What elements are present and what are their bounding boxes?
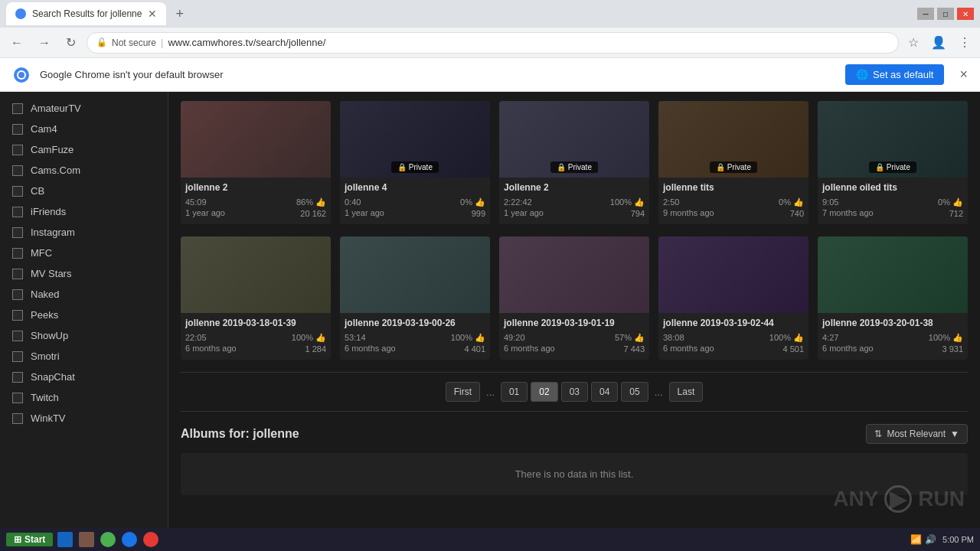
sort-label: Most Relevant <box>887 429 946 439</box>
sidebar-item-showup[interactable]: ShowUp <box>0 325 168 346</box>
new-tab-button[interactable]: + <box>172 3 187 25</box>
set-default-button[interactable]: 🌐 Set as default <box>845 64 945 85</box>
page-03-button[interactable]: 03 <box>561 382 588 402</box>
video-card-9[interactable]: jollenne 2019-03-19-02-44 38:08 6 months… <box>658 236 808 360</box>
sidebar-item-ifriends[interactable]: iFriends <box>0 201 168 222</box>
video-likes-6: 100% 👍 <box>292 333 326 343</box>
menu-icon[interactable]: ⋮ <box>956 35 974 50</box>
browser-tab[interactable]: Search Results for jollenne ✕ <box>6 2 166 25</box>
video-meta-3: 2:22:42 1 year ago 100% 👍 794 <box>504 197 645 218</box>
video-meta-6: 22:05 6 months ago 100% 👍 1 284 <box>185 333 326 354</box>
page-02-button[interactable]: 02 <box>531 382 557 402</box>
checkbox-camscom[interactable] <box>12 165 23 176</box>
sidebar-item-cam4[interactable]: Cam4 <box>0 119 168 139</box>
no-data-message: There is no data in this list. <box>181 453 968 495</box>
video-card-10[interactable]: jollenne 2019-03-20-01-38 4:27 6 months … <box>818 236 968 360</box>
notification-text: Google Chrome isn't your default browser <box>40 69 836 80</box>
video-card-2[interactable]: 🔒 Private jollenne 4 0:40 1 year ago 0% … <box>340 101 490 224</box>
page-first-button[interactable]: First <box>446 382 480 402</box>
refresh-button[interactable]: ↻ <box>61 32 80 53</box>
notification-close-button[interactable]: × <box>959 67 968 83</box>
meta-right-8: 57% 👍 7 443 <box>615 333 645 354</box>
checkbox-twitch[interactable] <box>12 393 23 403</box>
address-bar: ← → ↻ 🔓 Not secure | www.camwhores.tv/se… <box>0 28 980 58</box>
sidebar-item-mfc[interactable]: MFC <box>0 243 168 263</box>
sidebar-item-smotri[interactable]: Smotri <box>0 346 168 367</box>
video-age-9: 6 months ago <box>663 344 714 353</box>
checkbox-winktv[interactable] <box>12 413 23 424</box>
video-meta-5: 9:05 7 months ago 0% 👍 712 <box>822 197 963 218</box>
sidebar-item-winktv[interactable]: WinkTV <box>0 408 168 429</box>
sidebar-item-naked[interactable]: Naked <box>0 284 168 305</box>
checkbox-snapchat[interactable] <box>12 372 23 383</box>
sidebar-item-twitch[interactable]: Twitch <box>0 387 168 408</box>
private-badge-3: 🔒 Private <box>550 161 598 173</box>
checkbox-ifriends[interactable] <box>12 207 23 217</box>
checkbox-mvstars[interactable] <box>12 269 23 279</box>
video-age-6: 6 months ago <box>185 344 237 353</box>
video-thumb-10 <box>818 236 968 313</box>
video-info-3: Jollenne 2 2:22:42 1 year ago 100% 👍 794 <box>499 178 649 224</box>
checkbox-smotri[interactable] <box>12 351 23 362</box>
sidebar-item-mvstars[interactable]: MV Stars <box>0 263 168 284</box>
checkbox-instagram[interactable] <box>12 227 23 238</box>
close-window-button[interactable]: ✕ <box>957 8 974 20</box>
sidebar-item-peeks[interactable]: Peeks <box>0 305 168 325</box>
tab-close-button[interactable]: ✕ <box>148 8 157 20</box>
checkbox-amateurtv[interactable] <box>12 103 23 114</box>
sort-dropdown[interactable]: ⇅ Most Relevant ▼ <box>866 424 968 444</box>
checkbox-showup[interactable] <box>12 331 23 341</box>
page-last-button[interactable]: Last <box>669 382 704 402</box>
user-icon[interactable]: 👤 <box>928 35 949 50</box>
sidebar-item-camscom[interactable]: Cams.Com <box>0 160 168 181</box>
video-thumb-1 <box>181 101 331 178</box>
page-01-button[interactable]: 01 <box>501 382 528 402</box>
video-card-3[interactable]: 🔒 Private Jollenne 2 2:22:42 1 year ago … <box>499 101 649 224</box>
albums-header: Albums for: jollenne ⇅ Most Relevant ▼ <box>181 424 968 444</box>
checkbox-peeks[interactable] <box>12 310 23 321</box>
video-meta-8: 49:20 6 months ago 57% 👍 7 443 <box>504 333 645 354</box>
video-card-7[interactable]: jollenne 2019-03-19-00-26 53:14 6 months… <box>340 236 490 360</box>
window-controls: ─ □ ✕ <box>917 8 974 20</box>
sidebar-label-twitch: Twitch <box>31 392 59 403</box>
video-views-10: 3 931 <box>942 344 963 354</box>
url-separator: | <box>161 37 163 48</box>
checkbox-camfuze[interactable] <box>12 145 23 155</box>
sidebar-label-camfuze: CamFuze <box>31 144 74 155</box>
video-views-7: 4 401 <box>464 344 485 354</box>
maximize-button[interactable]: □ <box>937 8 954 20</box>
video-card-5[interactable]: 🔒 Private jollenne oiled tits 9:05 7 mon… <box>818 101 968 224</box>
video-card-6[interactable]: jollenne 2019-03-18-01-39 22:05 6 months… <box>181 236 331 360</box>
checkbox-cb[interactable] <box>12 186 23 197</box>
video-card-4[interactable]: 🔒 Private jollenne tits 2:50 9 months ag… <box>658 101 808 224</box>
minimize-button[interactable]: ─ <box>917 8 934 20</box>
video-card-8[interactable]: jollenne 2019-03-19-01-19 49:20 6 months… <box>499 236 649 360</box>
video-duration-2: 0:40 <box>345 197 384 207</box>
page-body: AmateurTV Cam4 CamFuze Cams.Com CB iFrie… <box>0 92 980 528</box>
checkbox-cam4[interactable] <box>12 124 23 135</box>
back-button[interactable]: ← <box>6 33 28 53</box>
sidebar-item-instagram[interactable]: Instagram <box>0 222 168 243</box>
sidebar-item-amateurtv[interactable]: AmateurTV <box>0 98 168 119</box>
page-05-button[interactable]: 05 <box>621 382 648 402</box>
meta-right-5: 0% 👍 712 <box>938 197 963 218</box>
sidebar: AmateurTV Cam4 CamFuze Cams.Com CB iFrie… <box>0 92 168 528</box>
sidebar-item-snapchat[interactable]: SnapChat <box>0 367 168 387</box>
page-04-button[interactable]: 04 <box>591 382 618 402</box>
checkbox-naked[interactable] <box>12 289 23 300</box>
video-card-1[interactable]: jollenne 2 45:09 1 year ago 86% 👍 20 162 <box>181 101 331 224</box>
meta-left-6: 22:05 6 months ago <box>185 333 237 353</box>
meta-left-10: 4:27 6 months ago <box>822 333 874 353</box>
address-input[interactable]: 🔓 Not secure | www.camwhores.tv/search/j… <box>87 32 899 54</box>
sidebar-item-camfuze[interactable]: CamFuze <box>0 139 168 160</box>
video-meta-4: 2:50 9 months ago 0% 👍 740 <box>663 197 804 218</box>
tab-favicon <box>15 8 26 19</box>
tab-title: Search Results for jollenne <box>32 8 142 19</box>
checkbox-mfc[interactable] <box>12 248 23 259</box>
forward-button[interactable]: → <box>34 33 55 53</box>
security-icon: 🔓 <box>96 37 107 47</box>
video-likes-10: 100% 👍 <box>929 333 963 343</box>
meta-left-7: 53:14 6 months ago <box>345 333 396 353</box>
bookmark-icon[interactable]: ☆ <box>905 35 922 50</box>
sidebar-item-cb[interactable]: CB <box>0 181 168 201</box>
